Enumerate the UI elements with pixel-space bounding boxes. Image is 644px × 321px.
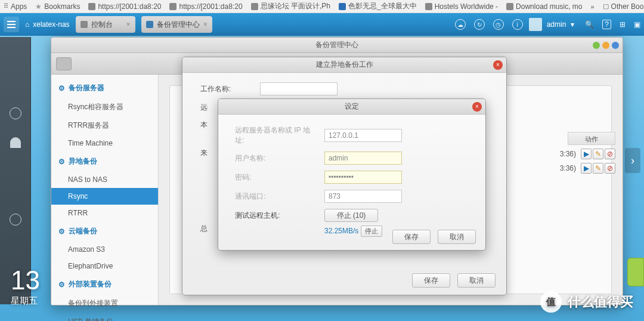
dialog-title: 设定 [345, 101, 359, 112]
bookmark-item[interactable]: https://[2001:da8:20 [88, 2, 161, 11]
sidebar-item-s3[interactable]: Amazon S3 [51, 241, 158, 258]
play-button[interactable]: ▶ [581, 149, 592, 159]
dialog-title: 建立异地备份工作 [316, 60, 373, 70]
sidebar-item-elephantdrive[interactable]: ElephantDrive [51, 258, 158, 274]
sidebar-item-rtrr-server[interactable]: RTRR服务器 [51, 116, 158, 135]
toolbar-icon[interactable] [56, 57, 72, 70]
sidebar-item-time-machine[interactable]: Time Machine [51, 135, 158, 152]
close-icon[interactable]: × [126, 20, 131, 29]
maximize-button[interactable] [602, 42, 609, 49]
port-input[interactable] [324, 190, 402, 203]
sidebar-item-rsync[interactable]: Rsync [51, 188, 158, 205]
bookmark-overflow[interactable]: » [590, 3, 594, 10]
row-time: 3:36) [560, 164, 576, 172]
grid-icon[interactable]: ⊞ [620, 20, 626, 29]
sidebar-item-nas-to-nas[interactable]: NAS to NAS [51, 171, 158, 188]
settings-dialog: 设定 × 远程服务器名称或 IP 地址: 用户名称: 密码: 通讯端口: 测试远… [218, 98, 486, 251]
sidebar-group-backup-server[interactable]: ⚙备份服务器 [51, 78, 158, 98]
main-menu-button[interactable] [4, 17, 19, 32]
test-host-label: 测试远程主机: [235, 211, 318, 221]
window-title-bar[interactable]: 备份管理中心 [51, 38, 623, 53]
dock-dashboard-icon[interactable] [10, 107, 21, 119]
avatar [529, 18, 542, 31]
remote-host-label: 远程服务器名称或 IP 地址: [235, 125, 318, 146]
job-name-label: 工作名称: [200, 84, 254, 94]
sidebar-group-external[interactable]: ⚙外部装置备份 [51, 274, 158, 294]
hostname[interactable]: ⌂ xelatex-nas [25, 20, 70, 29]
job-name-input[interactable] [260, 82, 338, 95]
password-input[interactable] [324, 171, 402, 184]
delete-button[interactable]: ⊘ [605, 163, 615, 174]
sidebar-group-remote[interactable]: ⚙异地备份 [51, 152, 158, 171]
bookmark-item[interactable]: Hostels Worldwide - [425, 2, 498, 11]
bookmarks-button[interactable]: ★Bookmarks [35, 2, 80, 11]
sidebar-item-external-backup[interactable]: 备份到外接装置 [51, 294, 158, 313]
bookmark-item[interactable]: 色影无忌_全球最大中 [339, 1, 417, 11]
sidebar-item-rsync-server[interactable]: Rsync相容服务器 [51, 98, 158, 116]
sidebar-item-usb-onetouch[interactable]: USB 单键备份 [51, 313, 158, 321]
username-input[interactable] [324, 152, 402, 165]
clock-day: 星期五 [11, 295, 40, 307]
sidebar-group-cloud[interactable]: ⚙云端备份 [51, 221, 158, 241]
other-bookmarks[interactable]: ▢ Other Bookmarks [603, 2, 644, 11]
bookmark-item[interactable]: https://[2001:da8:20 [169, 2, 242, 11]
username-label: 用户名称: [235, 153, 318, 163]
mini-stop-button[interactable]: 停止 [361, 226, 382, 237]
watermark-text: 什么值得买 [568, 293, 633, 311]
dock-globe-icon[interactable] [10, 214, 21, 226]
apps-button[interactable]: ⠿ Apps [4, 2, 27, 11]
watermark-icon: 值 [540, 291, 562, 313]
close-icon[interactable]: × [472, 102, 482, 112]
clock-time: 13 [11, 266, 40, 295]
search-icon[interactable]: 🔍 [585, 20, 594, 29]
close-button[interactable] [612, 42, 619, 49]
dock-user-icon[interactable] [10, 137, 21, 148]
watermark: 值 什么值得买 [540, 291, 633, 313]
edit-button[interactable]: ✎ [593, 149, 603, 159]
delete-button[interactable]: ⊘ [605, 149, 615, 159]
taskbar-tab-backup[interactable]: 备份管理中心× [141, 16, 212, 33]
cloud-icon[interactable]: ☁ [455, 19, 466, 30]
window-title: 备份管理中心 [315, 40, 358, 50]
save-button[interactable]: 保存 [412, 273, 450, 288]
user-menu[interactable]: admin▾ [529, 18, 575, 31]
sidebar: ⚙备份服务器 Rsync相容服务器 RTRR服务器 Time Machine ⚙… [51, 75, 159, 305]
desktop-dock [0, 37, 31, 304]
edit-button[interactable]: ✎ [593, 163, 603, 174]
panel-icon[interactable]: ▣ [634, 20, 640, 29]
bookmark-item[interactable]: Download music, mo [506, 2, 582, 11]
taskbar-tab-control-panel[interactable]: 控制台× [76, 16, 135, 33]
port-label: 通讯端口: [235, 192, 318, 202]
table-row: 3:36) ▶ ✎ ⊘ [560, 149, 615, 159]
cancel-button[interactable]: 取消 [438, 230, 476, 244]
stop-test-button[interactable]: 停止 (10) [324, 209, 378, 222]
side-widget[interactable] [627, 258, 644, 286]
remote-host-input[interactable] [324, 129, 402, 142]
minimize-button[interactable] [593, 42, 600, 49]
help-icon[interactable]: ? [602, 20, 611, 29]
close-icon[interactable]: × [203, 20, 208, 29]
cancel-button[interactable]: 取消 [457, 273, 496, 288]
bookmark-item[interactable]: 思缘论坛 平面设计,Ph [251, 1, 330, 11]
desktop-clock: 13 星期五 [11, 266, 40, 307]
row-time: 3:36) [560, 150, 576, 158]
actions-header: 动作 [568, 132, 615, 145]
browser-bookmark-bar: ⠿ Apps ★Bookmarks https://[2001:da8:20 h… [0, 0, 644, 13]
refresh-icon[interactable]: ↻ [474, 19, 485, 30]
password-label: 密码: [235, 172, 318, 183]
info-icon[interactable]: i [512, 19, 523, 30]
dialog-title-bar[interactable]: 设定 × [218, 99, 485, 115]
play-button[interactable]: ▶ [581, 163, 592, 174]
dashboard-icon[interactable]: ◷ [493, 19, 504, 30]
close-icon[interactable]: × [493, 60, 503, 70]
save-button[interactable]: 保存 [392, 230, 431, 244]
nas-top-bar: ⌂ xelatex-nas 控制台× 备份管理中心× ☁ ↻ ◷ i admin… [0, 13, 644, 36]
dialog-title-bar[interactable]: 建立异地备份工作 × [182, 57, 506, 73]
table-row: 3:36) ▶ ✎ ⊘ [560, 163, 615, 174]
next-desktop-arrow[interactable]: › [625, 148, 640, 173]
sidebar-item-rtrr[interactable]: RTRR [51, 205, 158, 221]
